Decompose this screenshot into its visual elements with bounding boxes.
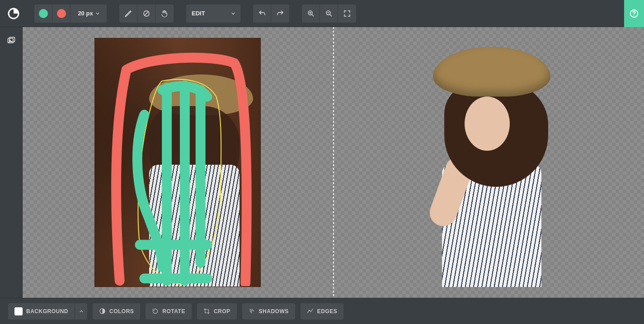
original-image: [94, 38, 261, 287]
help-icon: [629, 9, 639, 19]
contrast-icon: [99, 308, 106, 315]
edges-button[interactable]: EDGES: [301, 303, 344, 319]
result-image: [406, 38, 572, 287]
pan-hand-icon: [160, 9, 169, 18]
zoom-out-icon: [325, 9, 333, 18]
zoom-group: [302, 5, 356, 23]
keep-brush-icon: [39, 9, 48, 18]
rotate-button[interactable]: ROTATE: [146, 303, 192, 319]
chevron-down-icon: [231, 12, 235, 15]
zoom-in-button[interactable]: [302, 5, 320, 23]
left-sidebar: [0, 27, 23, 298]
draw-tool-button[interactable]: [119, 5, 137, 23]
shadows-button-group: SHADOWS: [242, 303, 295, 319]
crop-label: CROP: [214, 308, 230, 315]
redo-button[interactable]: [271, 5, 289, 23]
zoom-in-icon: [307, 9, 315, 18]
crop-button[interactable]: CROP: [197, 303, 237, 319]
edges-icon: [307, 308, 314, 315]
canvas-area: [23, 27, 644, 298]
remove-brush-icon: [57, 9, 66, 18]
crop-button-group: CROP: [197, 303, 237, 319]
pencil-icon: [124, 9, 132, 18]
svg-line-2: [144, 11, 148, 15]
brush-size-dropdown[interactable]: 20 px: [71, 5, 107, 23]
edges-label: EDGES: [317, 308, 338, 315]
svg-line-8: [330, 14, 332, 16]
marker-color-group: 20 px: [34, 5, 107, 23]
background-caret-button[interactable]: [75, 303, 87, 319]
chevron-up-icon: [80, 310, 83, 313]
colors-button[interactable]: COLORS: [93, 303, 140, 319]
shadows-label: SHADOWS: [259, 308, 289, 315]
shadows-button[interactable]: SHADOWS: [242, 303, 295, 319]
history-group: [253, 5, 289, 23]
tool-mode-group: [119, 5, 174, 23]
original-pane[interactable]: [23, 27, 333, 298]
svg-point-11: [634, 15, 635, 16]
image-layers-icon: [7, 36, 16, 45]
background-button[interactable]: BACKGROUND: [8, 303, 75, 319]
background-label: BACKGROUND: [26, 308, 68, 315]
background-swatch-icon: [14, 307, 23, 315]
image-layers-button[interactable]: [3, 32, 19, 49]
keep-marker-button[interactable]: [34, 5, 52, 23]
remove-marker-button[interactable]: [52, 5, 71, 23]
shadows-icon: [249, 308, 255, 315]
svg-line-20: [249, 311, 252, 314]
bottom-toolbar: BACKGROUND COLORS ROTATE CROP: [0, 298, 644, 324]
undo-icon: [258, 9, 266, 18]
top-toolbar: 20 px EDIT: [0, 0, 644, 27]
edit-mode-label: EDIT: [192, 10, 205, 17]
fit-screen-icon: [343, 9, 351, 18]
svg-line-21: [252, 309, 254, 311]
edges-button-group: EDGES: [301, 303, 344, 319]
help-button[interactable]: [624, 0, 644, 27]
svg-line-4: [312, 14, 314, 16]
redo-icon: [276, 9, 284, 18]
fit-screen-button[interactable]: [338, 5, 356, 23]
svg-point-15: [241, 280, 250, 286]
undo-button[interactable]: [253, 5, 271, 23]
erase-tool-button[interactable]: [137, 5, 155, 23]
background-button-group: BACKGROUND: [8, 303, 87, 319]
rotate-icon: [152, 308, 159, 315]
colors-button-group: COLORS: [93, 303, 140, 319]
zoom-out-button[interactable]: [320, 5, 338, 23]
crop-icon: [203, 308, 210, 315]
app-logo[interactable]: [4, 4, 24, 23]
brush-size-label: 20 px: [78, 10, 93, 17]
main-area: [0, 27, 644, 298]
pan-tool-button[interactable]: [155, 5, 174, 23]
colors-label: COLORS: [109, 308, 134, 315]
rotate-label: ROTATE: [162, 308, 185, 315]
edit-mode-dropdown[interactable]: EDIT: [186, 5, 240, 23]
result-pane[interactable]: [334, 27, 644, 298]
eraser-icon: [142, 9, 150, 18]
chevron-down-icon: [96, 12, 99, 15]
rotate-button-group: ROTATE: [146, 303, 192, 319]
